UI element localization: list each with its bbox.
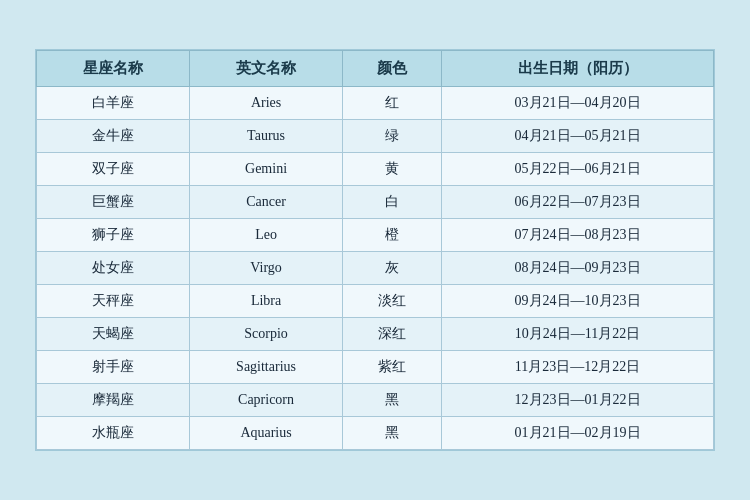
table-cell-2-1: Gemini [190,153,343,186]
table-row: 天秤座Libra淡红09月24日—10月23日 [37,285,714,318]
table-cell-9-1: Capricorn [190,384,343,417]
table-cell-9-2: 黑 [343,384,442,417]
table-cell-4-0: 狮子座 [37,219,190,252]
table-cell-10-2: 黑 [343,417,442,450]
table-cell-7-3: 10月24日—11月22日 [442,318,714,351]
table-cell-4-2: 橙 [343,219,442,252]
table-cell-5-1: Virgo [190,252,343,285]
table-row: 射手座Sagittarius紫红11月23日—12月22日 [37,351,714,384]
table-cell-8-3: 11月23日—12月22日 [442,351,714,384]
table-cell-0-0: 白羊座 [37,87,190,120]
table-cell-6-1: Libra [190,285,343,318]
zodiac-table: 星座名称 英文名称 颜色 出生日期（阳历） 白羊座Aries红03月21日—04… [36,50,714,450]
table-row: 处女座Virgo灰08月24日—09月23日 [37,252,714,285]
table-row: 巨蟹座Cancer白06月22日—07月23日 [37,186,714,219]
table-cell-5-2: 灰 [343,252,442,285]
table-cell-9-3: 12月23日—01月22日 [442,384,714,417]
table-cell-2-2: 黄 [343,153,442,186]
table-row: 水瓶座Aquarius黑01月21日—02月19日 [37,417,714,450]
table-row: 狮子座Leo橙07月24日—08月23日 [37,219,714,252]
table-cell-8-2: 紫红 [343,351,442,384]
table-cell-7-1: Scorpio [190,318,343,351]
table-row: 天蝎座Scorpio深红10月24日—11月22日 [37,318,714,351]
table-cell-0-1: Aries [190,87,343,120]
table-cell-2-3: 05月22日—06月21日 [442,153,714,186]
table-cell-7-0: 天蝎座 [37,318,190,351]
col-header-english: 英文名称 [190,51,343,87]
table-cell-5-3: 08月24日—09月23日 [442,252,714,285]
table-cell-6-3: 09月24日—10月23日 [442,285,714,318]
table-row: 双子座Gemini黄05月22日—06月21日 [37,153,714,186]
table-cell-3-1: Cancer [190,186,343,219]
col-header-color: 颜色 [343,51,442,87]
table-cell-0-3: 03月21日—04月20日 [442,87,714,120]
table-cell-5-0: 处女座 [37,252,190,285]
table-cell-2-0: 双子座 [37,153,190,186]
zodiac-table-container: 星座名称 英文名称 颜色 出生日期（阳历） 白羊座Aries红03月21日—04… [35,49,715,451]
table-header-row: 星座名称 英文名称 颜色 出生日期（阳历） [37,51,714,87]
table-cell-1-3: 04月21日—05月21日 [442,120,714,153]
table-cell-10-0: 水瓶座 [37,417,190,450]
table-cell-10-1: Aquarius [190,417,343,450]
table-cell-3-2: 白 [343,186,442,219]
col-header-dates: 出生日期（阳历） [442,51,714,87]
table-cell-8-1: Sagittarius [190,351,343,384]
col-header-chinese: 星座名称 [37,51,190,87]
table-row: 摩羯座Capricorn黑12月23日—01月22日 [37,384,714,417]
table-cell-4-1: Leo [190,219,343,252]
table-cell-1-2: 绿 [343,120,442,153]
table-cell-10-3: 01月21日—02月19日 [442,417,714,450]
table-cell-3-3: 06月22日—07月23日 [442,186,714,219]
table-cell-4-3: 07月24日—08月23日 [442,219,714,252]
table-cell-8-0: 射手座 [37,351,190,384]
table-cell-1-0: 金牛座 [37,120,190,153]
table-cell-9-0: 摩羯座 [37,384,190,417]
table-cell-6-0: 天秤座 [37,285,190,318]
table-cell-0-2: 红 [343,87,442,120]
table-cell-1-1: Taurus [190,120,343,153]
table-cell-7-2: 深红 [343,318,442,351]
table-cell-6-2: 淡红 [343,285,442,318]
table-cell-3-0: 巨蟹座 [37,186,190,219]
table-row: 白羊座Aries红03月21日—04月20日 [37,87,714,120]
table-row: 金牛座Taurus绿04月21日—05月21日 [37,120,714,153]
